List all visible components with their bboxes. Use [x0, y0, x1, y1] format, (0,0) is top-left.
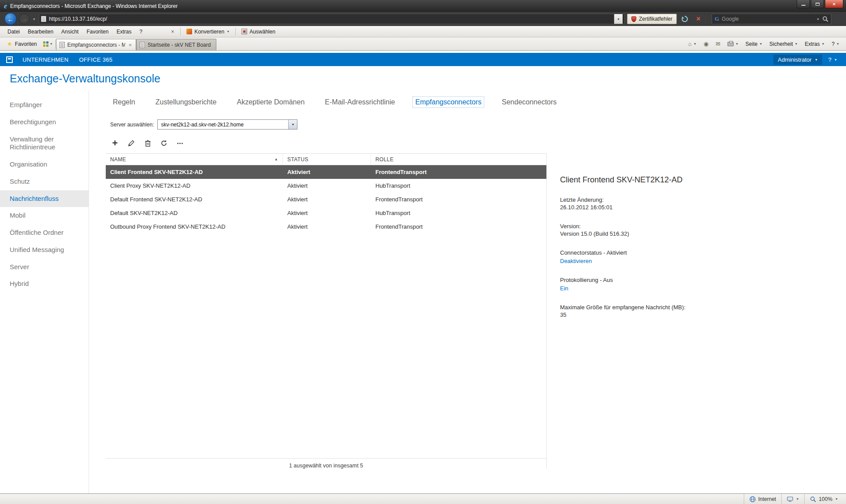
- version-value: Version 15.0 (Build 516.32): [560, 230, 833, 237]
- chevron-down-icon: ▼: [759, 42, 762, 45]
- stop-button[interactable]: ×: [693, 13, 704, 25]
- help-label: ?: [828, 56, 831, 63]
- search-box[interactable]: G ▼: [712, 14, 831, 24]
- quick-tabs-button[interactable]: ▼: [41, 40, 56, 48]
- nav-unternehmen[interactable]: UNTERNEHMEN: [17, 56, 74, 63]
- zoom-control[interactable]: 100% ▼: [804, 494, 843, 504]
- connector-status-block: Connectorstatus - Aktiviert Deaktivieren: [560, 249, 833, 265]
- page-menu-button[interactable]: Seite ▼: [742, 39, 765, 49]
- delete-button[interactable]: [143, 138, 152, 148]
- server-select[interactable]: skv-net2k12-ad.skv-net-2k12.home ▼: [157, 119, 297, 130]
- table-row[interactable]: Client Frontend SKV-NET2K12-AD Aktiviert…: [106, 165, 546, 179]
- certificate-error-button[interactable]: Zertifikatfehler: [627, 14, 677, 24]
- table-row[interactable]: Client Proxy SKV-NET2K12-AD Aktiviert Hu…: [106, 179, 546, 193]
- convert-button[interactable]: Konvertieren ▼: [183, 27, 233, 36]
- sidebar-item-mobil[interactable]: Mobil: [0, 207, 89, 224]
- tab-akzeptierte-domaenen[interactable]: Akzeptierte Domänen: [234, 96, 307, 108]
- protected-mode-button[interactable]: ▼: [781, 494, 804, 504]
- menu-favoriten[interactable]: Favoriten: [82, 27, 112, 37]
- office365-logo-icon: [6, 56, 13, 63]
- maximize-button[interactable]: [811, 0, 824, 8]
- browser-tab-inactive[interactable]: Startseite - skV NET Board: [136, 39, 216, 50]
- column-label: STATUS: [287, 156, 308, 163]
- sidebar-item-organisation[interactable]: Organisation: [0, 156, 89, 173]
- chevron-down-icon: ▼: [835, 497, 838, 500]
- tab-empfangsconnectors[interactable]: Empfangsconnectors: [412, 96, 484, 108]
- menu-ansicht[interactable]: Ansicht: [57, 27, 82, 37]
- edit-button[interactable]: [126, 138, 136, 148]
- favorites-button[interactable]: ★ Favoriten: [4, 39, 41, 49]
- menu-bearbeiten[interactable]: Bearbeiten: [24, 27, 57, 37]
- sidebar-item-unified-messaging[interactable]: Unified Messaging: [0, 241, 89, 259]
- deactivate-link[interactable]: Deaktivieren: [560, 257, 592, 265]
- table-row[interactable]: Default Frontend SKV-NET2K12-AD Aktivier…: [106, 193, 546, 206]
- refresh-list-button[interactable]: [159, 138, 169, 148]
- minimize-button[interactable]: [797, 0, 810, 8]
- browser-tab-active[interactable]: Empfangsconnectors - Mi... ×: [56, 39, 136, 50]
- cell-role: FrontendTransport: [371, 220, 546, 233]
- column-header-rolle[interactable]: ROLLE: [371, 154, 546, 165]
- pencil-icon: [128, 140, 135, 147]
- toolbar-close-button[interactable]: ×: [167, 28, 178, 36]
- back-button[interactable]: ←: [4, 13, 17, 25]
- feeds-button[interactable]: ◉: [701, 39, 712, 49]
- print-button[interactable]: ▼: [724, 40, 742, 48]
- user-menu-button[interactable]: Administrator ▼: [773, 55, 822, 65]
- column-label: NAME: [110, 156, 126, 163]
- sidebar-item-oeffentliche-ordner[interactable]: Öffentliche Ordner: [0, 224, 89, 241]
- read-mail-button[interactable]: ✉: [712, 39, 724, 49]
- favorites-bar: ★ Favoriten ▼ Empfangsconnectors - Mi...…: [0, 37, 846, 51]
- search-input[interactable]: [722, 16, 814, 22]
- tab-close-icon[interactable]: ×: [128, 42, 132, 48]
- url-field[interactable]: https://10.13.37.160/ecp/ ▼: [39, 14, 625, 24]
- logging-on-link[interactable]: Ein: [560, 285, 568, 292]
- more-options-button[interactable]: •••: [175, 138, 185, 148]
- recent-pages-dropdown[interactable]: ▼: [32, 18, 37, 21]
- add-button[interactable]: +: [110, 138, 120, 148]
- nav-office365[interactable]: OFFICE 365: [74, 56, 118, 63]
- tab-favicon: [59, 42, 65, 48]
- ie-icon: e: [4, 2, 7, 10]
- tools-menu-button[interactable]: Extras ▼: [801, 39, 827, 49]
- chevron-down-icon: ▼: [821, 42, 824, 45]
- forward-button[interactable]: →: [19, 14, 30, 24]
- tab-favicon: [140, 42, 145, 48]
- column-header-name[interactable]: NAME ▲: [106, 154, 283, 165]
- home-button[interactable]: ⌂ ▼: [685, 39, 700, 49]
- sidebar-item-server[interactable]: Server: [0, 259, 89, 276]
- select-button[interactable]: Auswählen: [238, 27, 278, 36]
- sidebar-item-hybrid[interactable]: Hybrid: [0, 275, 89, 293]
- tab-regeln[interactable]: Regeln: [110, 96, 138, 108]
- sidebar-item-berechtigungen[interactable]: Berechtigungen: [0, 114, 89, 131]
- url-dropdown-button[interactable]: ▼: [614, 14, 623, 24]
- menu-datei[interactable]: Datei: [4, 27, 24, 37]
- safety-menu-button[interactable]: Sicherheit ▼: [766, 39, 801, 49]
- tab-email-adressrichtlinie[interactable]: E-Mail-Adressrichtlinie: [322, 96, 397, 108]
- minimize-icon: [801, 5, 805, 6]
- last-modified-label: Letzte Änderung:: [560, 196, 833, 204]
- refresh-button[interactable]: [679, 13, 690, 25]
- search-icon[interactable]: [822, 16, 828, 22]
- search-provider-dropdown[interactable]: ▼: [816, 18, 820, 21]
- menu-help[interactable]: ?: [135, 27, 146, 37]
- favorites-label: Favoriten: [15, 41, 37, 47]
- help-menu-button[interactable]: ? ▼: [824, 55, 842, 65]
- menu-extras[interactable]: Extras: [112, 27, 135, 37]
- tab-zustellungsberichte[interactable]: Zustellungsberichte: [153, 96, 219, 108]
- column-header-status[interactable]: STATUS: [283, 154, 371, 165]
- sidebar-item-empfaenger[interactable]: Empfänger: [0, 96, 89, 114]
- close-button[interactable]: ×: [825, 0, 843, 8]
- security-zone-indicator[interactable]: Internet: [744, 494, 782, 504]
- tab-sendeconnectors[interactable]: Sendeconnectors: [499, 96, 560, 108]
- help-menu-button[interactable]: ? ▼: [828, 39, 842, 49]
- sidebar-item-schutz[interactable]: Schutz: [0, 173, 89, 190]
- main-area: Regeln Zustellungsberichte Akzeptierte D…: [89, 90, 846, 493]
- sidebar-item-nachrichtenfluss[interactable]: Nachrichtenfluss: [0, 190, 89, 208]
- table-row[interactable]: Default SKV-NET2K12-AD Aktiviert HubTran…: [106, 206, 546, 220]
- printer-icon: [727, 42, 734, 46]
- sidebar-item-richtlinientreue[interactable]: Verwaltung der Richtlinientreue: [0, 131, 89, 156]
- page-content: UNTERNEHMEN OFFICE 365 Administrator ▼ ?…: [0, 51, 846, 493]
- cell-role: FrontendTransport: [371, 165, 546, 179]
- table-row[interactable]: Outbound Proxy Frontend SKV-NET2K12-AD A…: [106, 220, 546, 233]
- certificate-error-label: Zertifikatfehler: [639, 16, 672, 22]
